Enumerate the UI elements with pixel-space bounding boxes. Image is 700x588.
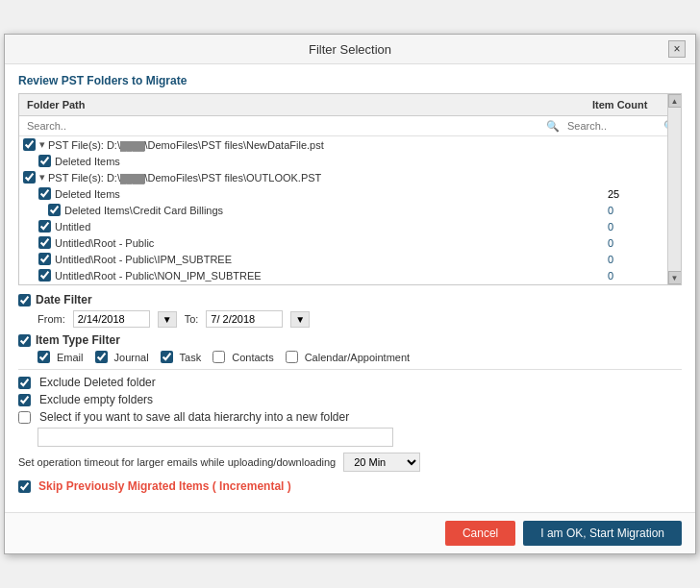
folder-table: Folder Path Item Count 🔍 🔍 ▾ PS (18, 93, 682, 285)
table-row: Deleted Items 25 (19, 185, 681, 202)
incremental-label: Skip Previously Migrated Items ( Increme… (38, 479, 291, 493)
calendar-option[interactable]: Calendar/Appointment (286, 351, 410, 363)
to-date-input[interactable] (206, 310, 283, 328)
item-type-label: Item Type Filter (36, 333, 120, 347)
row-label: Untitled\Root - Public (55, 237, 600, 249)
row-label: Untitled\Root - Public\NON_IPM_SUBTREE (55, 270, 600, 282)
title-bar: Filter Selection × (5, 35, 695, 64)
row-checkbox[interactable] (38, 220, 51, 233)
row-count: 0 (600, 254, 677, 265)
folder-search-input[interactable] (23, 118, 542, 134)
journal-label: Journal (114, 352, 149, 363)
row-checkbox[interactable] (38, 253, 51, 265)
save-hierarchy-row: Select if you want to save all data hier… (18, 410, 682, 424)
journal-checkbox[interactable] (95, 351, 108, 363)
journal-option[interactable]: Journal (95, 351, 149, 363)
col-count-header: Item Count (585, 97, 681, 112)
cancel-button[interactable]: Cancel (445, 521, 515, 546)
table-row: Untitled\Root - Public 0 (19, 234, 681, 251)
contacts-label: Contacts (232, 352, 273, 363)
search1-icon: 🔍 (546, 120, 560, 133)
filter-selection-dialog: Filter Selection × Review PST Folders to… (4, 34, 696, 554)
task-checkbox[interactable] (161, 351, 173, 363)
dialog-content: Review PST Folders to Migrate Folder Pat… (5, 64, 695, 512)
expand-arrow-2[interactable]: ▾ (39, 171, 45, 184)
expand-arrow-1[interactable]: ▾ (39, 138, 45, 151)
table-row: Deleted Items (19, 153, 681, 169)
row-count: 0 (600, 270, 677, 282)
row-checkbox[interactable] (38, 187, 51, 200)
contacts-checkbox[interactable] (212, 351, 225, 363)
email-option[interactable]: Email (38, 351, 84, 363)
row-checkbox[interactable] (38, 236, 51, 249)
task-label: Task (180, 352, 202, 363)
calendar-checkbox[interactable] (286, 351, 298, 363)
date-filter-section: Date Filter From: ▼ To: ▼ (18, 293, 682, 328)
table-body: ▾ PST File(s): D:\████\DemoFiles\PST fil… (19, 136, 681, 282)
date-row: From: ▼ To: ▼ (38, 310, 682, 328)
pst1-label: PST File(s): D:\████\DemoFiles\PST files… (48, 139, 324, 151)
from-date-picker[interactable]: ▼ (158, 311, 177, 328)
table-row: Deleted Items\Credit Card Billings 0 (19, 202, 681, 218)
item-type-filter-checkbox[interactable] (18, 334, 31, 347)
email-label: Email (57, 352, 84, 363)
pst2-label: PST File(s): D:\████\DemoFiles\PST files… (48, 172, 321, 184)
pst1-checkbox[interactable] (23, 138, 36, 151)
scroll-up-button[interactable]: ▲ (668, 94, 682, 108)
exclude-empty-checkbox[interactable] (18, 394, 31, 406)
row-label: Untitled\Root - Public\IPM_SUBTREE (55, 254, 600, 265)
close-button[interactable]: × (668, 40, 686, 58)
row-checkbox[interactable] (38, 269, 51, 282)
incremental-checkbox[interactable] (18, 480, 31, 493)
date-filter-label-row: Date Filter (18, 293, 682, 306)
calendar-label: Calendar/Appointment (305, 352, 410, 363)
row-checkbox[interactable] (38, 155, 51, 167)
scroll-track (668, 108, 682, 271)
row-count: 0 (600, 205, 677, 216)
save-hierarchy-label: Select if you want to save all data hier… (39, 410, 349, 424)
exclude-empty-label: Exclude empty folders (39, 393, 153, 406)
item-type-row: Email Journal Task Contacts Calendar/App… (38, 351, 682, 363)
count-search-input[interactable] (563, 118, 660, 134)
timeout-label: Set operation timeout for larger emails … (18, 456, 336, 468)
row-label: Deleted Items (55, 188, 600, 200)
incremental-row: Skip Previously Migrated Items ( Increme… (18, 479, 682, 493)
exclude-deleted-checkbox[interactable] (18, 377, 31, 389)
table-row: Untitled 0 (19, 218, 681, 234)
col-folder-header: Folder Path (19, 97, 585, 112)
date-filter-checkbox[interactable] (18, 294, 31, 306)
pst-group-header-2: ▾ PST File(s): D:\████\DemoFiles\PST fil… (19, 169, 681, 185)
pst-group-header-1: ▾ PST File(s): D:\████\DemoFiles\PST fil… (19, 136, 681, 153)
row-label: Deleted Items (55, 156, 600, 167)
row-label: Deleted Items\Credit Card Billings (64, 205, 600, 216)
table-row: Untitled\Root - Public\NON_IPM_SUBTREE 0 (19, 267, 681, 282)
to-date-picker[interactable]: ▼ (290, 311, 310, 328)
ok-start-migration-button[interactable]: I am OK, Start Migration (523, 521, 682, 546)
save-hierarchy-checkbox[interactable] (18, 411, 31, 424)
row-count: 0 (600, 237, 677, 249)
scroll-down-button[interactable]: ▼ (668, 271, 682, 284)
review-section-title: Review PST Folders to Migrate (18, 74, 682, 87)
exclude-deleted-row: Exclude Deleted folder (18, 376, 682, 389)
item-type-section: Item Type Filter Email Journal Task Con (18, 333, 682, 363)
dialog-footer: Cancel I am OK, Start Migration (5, 512, 695, 553)
row-count: 0 (600, 221, 677, 233)
email-checkbox[interactable] (38, 351, 50, 363)
row-count: 25 (600, 188, 677, 200)
hierarchy-folder-input[interactable] (38, 428, 393, 447)
from-label: From: (38, 313, 65, 325)
row-label: Untitled (55, 221, 600, 233)
table-header: Folder Path Item Count (19, 94, 681, 116)
timeout-row: Set operation timeout for larger emails … (18, 453, 682, 472)
dialog-title: Filter Selection (32, 42, 668, 57)
from-date-input[interactable] (73, 310, 150, 328)
scrollbar[interactable]: ▲ ▼ (667, 94, 681, 284)
row-checkbox[interactable] (48, 204, 61, 216)
exclude-deleted-label: Exclude Deleted folder (39, 376, 156, 389)
date-filter-label: Date Filter (36, 293, 92, 306)
pst2-checkbox[interactable] (23, 171, 36, 184)
task-option[interactable]: Task (161, 351, 202, 363)
contacts-option[interactable]: Contacts (212, 351, 273, 363)
table-row: Untitled\Root - Public\IPM_SUBTREE 0 (19, 251, 681, 267)
timeout-select[interactable]: 5 Min 10 Min 20 Min 30 Min 60 Min (343, 453, 420, 472)
